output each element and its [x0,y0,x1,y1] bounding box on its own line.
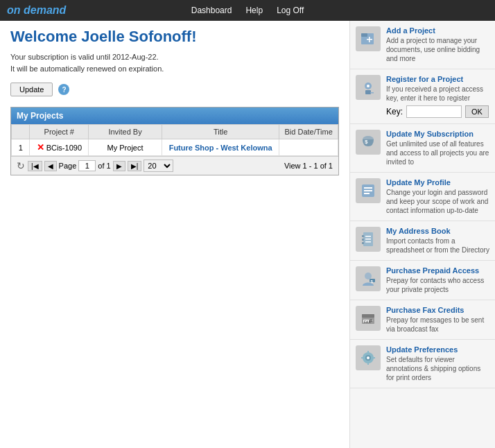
col-header-invited-by: Invited By [89,125,162,139]
next-page-button[interactable]: ▶ [113,161,125,171]
prepaid-access-title: Purchase Prepaid Access [386,266,489,275]
svg-rect-33 [367,351,369,354]
projects-header: My Projects [11,107,338,124]
svg-rect-7 [370,92,374,94]
col-header-num [12,125,30,139]
sidebar-item-add-project[interactable]: Add a Project Add a project to manage yo… [350,21,495,69]
update-preferences-title: Update Preferences [386,345,489,354]
sidebar-item-update-profile[interactable]: Update My Profile Change your login and … [350,173,495,221]
last-page-button[interactable]: ▶| [128,161,142,171]
update-profile-icon [356,178,381,203]
header: on demand Dashboard Help Log Off [0,0,495,21]
svg-rect-36 [372,357,375,359]
svg-rect-11 [364,187,372,189]
prepaid-access-text: Purchase Prepaid Access Prepay for conta… [386,266,489,294]
update-subscription-title: Update My Subscription [386,130,489,138]
view-label: View 1 - 1 of 1 [284,162,333,170]
update-subscription-icon: $ [356,130,381,155]
sidebar-item-prepaid-access[interactable]: $ Purchase Prepaid Access Prepay for con… [350,261,495,300]
sidebar-item-update-subscription[interactable]: $ Update My Subscription Get unlimited u… [350,124,495,173]
fax-credits-icon: FAX $ [356,306,381,331]
nav: Dashboard Help Log Off [191,6,304,15]
sidebar-item-register-project[interactable]: Register for a Project If you received a… [350,69,495,124]
svg-rect-35 [361,357,364,359]
help-icon[interactable]: ? [58,84,69,95]
register-project-icon [356,75,381,100]
right-sidebar: Add a Project Add a project to manage yo… [349,21,495,448]
svg-rect-17 [362,242,364,244]
register-project-text: Register for a Project If you received a… [386,75,489,118]
prev-page-button[interactable]: ◀ [44,161,57,171]
svg-rect-5 [365,90,371,94]
subscription-row: Update ? [10,83,339,96]
svg-text:$: $ [365,139,368,145]
pagination: ↻ |◀ ◀ Page of 1 ▶ ▶| 20 50 100 [11,156,338,175]
table-header-row: Project # Invited By Title Bid Date/Time [12,125,338,139]
update-button[interactable]: Update [10,83,53,96]
address-book-text: My Address Book Import contacts from a s… [386,227,489,255]
col-header-project-num: Project # [30,125,89,139]
of-label: of 1 [98,162,110,170]
svg-point-6 [367,85,370,87]
sidebar-item-fax-credits[interactable]: FAX $ Purchase Fax Credits Prepay for me… [350,300,495,340]
svg-point-32 [367,356,370,359]
add-project-text: Add a Project Add a project to manage yo… [386,26,489,63]
row-bid-date [279,139,338,156]
col-header-bid: Bid Date/Time [279,125,338,139]
svg-rect-34 [367,362,369,365]
table-row: 1 ✕ BCis-1090 My Project Future Shop - W… [12,139,338,156]
svg-rect-25 [362,314,374,318]
svg-rect-1 [361,33,367,37]
project-link[interactable]: Future Shop - West Kelowna [169,144,272,152]
fax-credits-text: Purchase Fax Credits Prepay for messages… [386,306,489,334]
update-profile-text: Update My Profile Change your login and … [386,178,489,215]
key-input[interactable] [406,105,462,118]
row-title: Future Shop - West Kelowna [162,139,279,156]
page-input[interactable] [78,160,96,171]
register-project-title: Register for a Project [386,75,489,83]
update-preferences-text: Update Preferences Set defaults for view… [386,345,489,382]
logo: on demand [7,4,66,17]
refresh-icon[interactable]: ↻ [17,160,25,171]
svg-point-21 [365,273,372,279]
sidebar-item-address-book[interactable]: My Address Book Import contacts from a s… [350,221,495,261]
main-layout: Welcome Joelle Sofonoff! Your subscripti… [0,21,495,448]
pagination-controls: |◀ ◀ Page of 1 ▶ ▶| 20 50 100 [28,160,173,172]
svg-rect-15 [362,235,364,237]
row-project-num: BCis-1090 [46,144,82,152]
svg-rect-20 [365,241,371,243]
col-header-title: Title [162,125,279,139]
fax-credits-title: Purchase Fax Credits [386,306,489,314]
svg-rect-3 [369,37,370,42]
update-preferences-desc: Set defaults for viewer annotations & sh… [386,355,489,382]
update-subscription-text: Update My Subscription Get unlimited use… [386,130,489,166]
nav-logoff[interactable]: Log Off [277,6,304,15]
add-project-icon [356,26,381,51]
prepaid-access-icon: $ [356,266,381,291]
add-project-title: Add a Project [386,26,489,35]
svg-rect-19 [365,239,371,240]
update-subscription-desc: Get unlimited use of all features and ac… [386,139,489,166]
row-num: 1 [12,139,30,156]
subscription-info: Your subscription is valid until 2012-Au… [10,51,339,74]
register-project-desc: If you received a project access key, en… [386,85,489,103]
first-page-button[interactable]: |◀ [28,161,42,171]
address-book-title: My Address Book [386,227,489,235]
pagination-left: ↻ |◀ ◀ Page of 1 ▶ ▶| 20 50 100 [17,160,173,172]
key-row: Key: OK [386,105,489,118]
page-label: Page [59,162,77,170]
sidebar-item-update-preferences[interactable]: Update Preferences Set defaults for view… [350,340,495,388]
update-profile-title: Update My Profile [386,178,489,187]
nav-help[interactable]: Help [245,6,263,15]
projects-table: Project # Invited By Title Bid Date/Time… [11,124,338,156]
svg-rect-13 [364,193,370,194]
svg-rect-18 [365,236,371,237]
projects-section: My Projects Project # Invited By Title B… [10,107,339,175]
update-profile-desc: Change your login and password and keep … [386,188,489,215]
nav-dashboard[interactable]: Dashboard [191,6,232,15]
per-page-select[interactable]: 20 50 100 [144,160,173,172]
ok-button[interactable]: OK [465,105,489,118]
delete-button[interactable]: ✕ [37,142,44,153]
left-content: Welcome Joelle Sofonoff! Your subscripti… [0,21,349,448]
add-project-desc: Add a project to manage your documents, … [386,36,489,63]
